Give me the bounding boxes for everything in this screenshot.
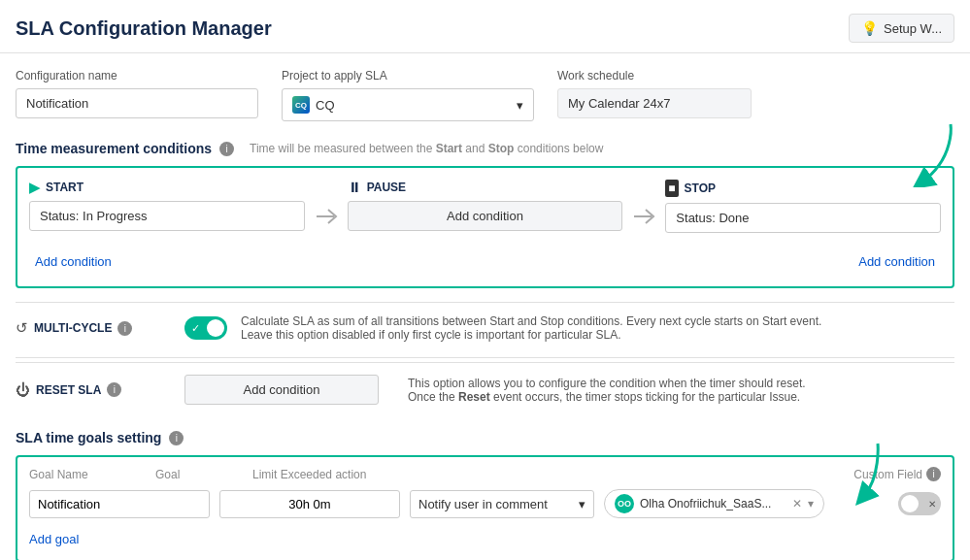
chevron-down-icon: ▾ [517,98,523,113]
project-label: Project to apply SLA [282,69,534,82]
time-conditions-box: ▶ START Status: In Progress ⏸ PAUSE [16,166,954,288]
custom-field-info-icon[interactable]: i [926,467,941,481]
custom-field-toggle-knob [901,495,919,512]
multi-cycle-label-group: ↺ MULTI-CYCLE i [16,319,171,337]
col-goal-name-header: Goal Name [29,468,155,481]
reset-sla-label: RESET SLA [36,383,101,397]
goals-box: Goal Name Goal Limit Exceeded action Cus… [16,455,954,560]
pause-block: ⏸ PAUSE Add condition [348,180,623,233]
green-arrow-top [902,119,960,187]
reset-sla-description: This option allows you to configure the … [408,377,954,404]
add-conditions-row: Add condition Add condition [29,241,941,275]
conditions-row: ▶ START Status: In Progress ⏸ PAUSE [29,180,941,233]
pause-header: ⏸ PAUSE [348,180,623,195]
user-dropdown-button[interactable]: ▾ [808,497,814,511]
pause-label: PAUSE [367,181,406,194]
goals-section-title: SLA time goals setting [16,430,161,445]
project-select[interactable]: CQ CQ ▾ [282,88,534,121]
config-name-input[interactable] [16,88,258,118]
toggle-knob [207,319,224,337]
stop-condition[interactable]: Status: Done [665,203,941,233]
goals-section: SLA time goals setting i Goal Name Goal … [16,430,954,560]
start-play-icon: ▶ [29,180,40,195]
multi-cycle-toggle[interactable]: ✓ [184,316,227,340]
user-avatar: OO [615,494,634,513]
col-goal-header: Goal [155,468,252,481]
config-name-group: Configuration name [16,69,258,118]
goal-action-select[interactable]: Notify user in comment ▾ [410,490,594,518]
start-block: ▶ START Status: In Progress [29,180,305,233]
remove-user-button[interactable]: ✕ [792,497,802,511]
goal-user-select[interactable]: OO Olha Onofriichuk_SaaS... ✕ ▾ [604,489,824,518]
work-schedule-group: Work schedule My Calendar 24x7 [557,69,752,118]
arrow-start-pause [305,180,348,233]
config-name-label: Configuration name [16,69,258,82]
green-arrow-bottom [834,439,892,507]
setup-button[interactable]: 💡 Setup W... [849,14,954,43]
bulb-icon: 💡 [861,20,878,36]
stop-icon: ■ [665,180,678,197]
goal-action-value: Notify user in comment [418,497,548,511]
user-name: Olha Onofriichuk_SaaS... [640,497,786,511]
stop-add-condition-button[interactable]: Add condition [853,248,941,275]
start-add-condition-button[interactable]: Add condition [29,248,117,275]
goals-info-icon[interactable]: i [169,431,184,445]
project-group: Project to apply SLA CQ CQ ▾ [282,69,534,121]
start-condition[interactable]: Status: In Progress [29,201,305,231]
start-label: START [46,181,84,194]
toggle-check-icon: ✓ [191,322,200,335]
reset-sla-icon: ⏻ [16,381,30,398]
time-conditions-info-icon[interactable]: i [219,142,234,156]
goal-action-chevron: ▾ [579,497,585,511]
multi-cycle-icon: ↺ [16,319,28,337]
goals-table-row: Notify user in comment ▾ OO Olha Onofrii… [29,489,941,518]
multi-cycle-info-icon[interactable]: i [117,321,132,336]
stop-label: STOP [685,181,716,195]
reset-sla-row: ⏻ RESET SLA i Add condition This option … [16,362,954,416]
reset-sla-add-condition-button[interactable]: Add condition [184,375,379,405]
custom-field-toggle[interactable]: ✕ [898,492,941,515]
main-content: Configuration name Project to apply SLA … [0,53,970,560]
goals-section-header: SLA time goals setting i [16,430,954,445]
multi-cycle-row: ↺ MULTI-CYCLE i ✓ Calculate SLA as sum o… [16,302,954,353]
project-icon: CQ [292,96,310,114]
reset-sla-label-group: ⏻ RESET SLA i [16,381,171,398]
arrow-pause-stop [622,180,665,233]
custom-field-toggle-x: ✕ [928,499,936,510]
col-action-header: Limit Exceeded action [252,468,447,481]
project-value: CQ [316,98,335,113]
pause-add-condition-button[interactable]: Add condition [348,201,623,231]
reset-sla-info-icon[interactable]: i [107,382,121,397]
form-row: Configuration name Project to apply SLA … [16,69,954,121]
goal-value-input[interactable] [219,490,400,518]
page-title: SLA Configuration Manager [16,17,272,40]
multi-cycle-label: MULTI-CYCLE [34,321,112,335]
start-header: ▶ START [29,180,305,195]
setup-btn-label: Setup W... [884,21,942,36]
work-schedule-value: My Calendar 24x7 [557,88,752,118]
add-goal-button[interactable]: Add goal [29,528,79,550]
custom-field-cell: ✕ [834,492,941,515]
time-conditions-header: Time measurement conditions i Time will … [16,141,954,156]
time-conditions-section: Time measurement conditions i Time will … [16,141,954,416]
work-schedule-label: Work schedule [557,69,752,82]
user-initials: OO [618,499,631,509]
time-conditions-subtitle: Time will be measured between the Start … [250,142,603,155]
stop-header: ■ STOP [665,180,941,197]
page-header: SLA Configuration Manager 💡 Setup W... [0,0,970,53]
goal-name-input[interactable] [29,490,210,518]
stop-block: ■ STOP Status: Done [665,180,941,233]
pause-icon: ⏸ [348,180,361,195]
goals-table-header: Goal Name Goal Limit Exceeded action Cus… [29,467,941,489]
multi-cycle-description: Calculate SLA as sum of all transitions … [241,314,954,342]
time-conditions-title: Time measurement conditions [16,141,212,156]
